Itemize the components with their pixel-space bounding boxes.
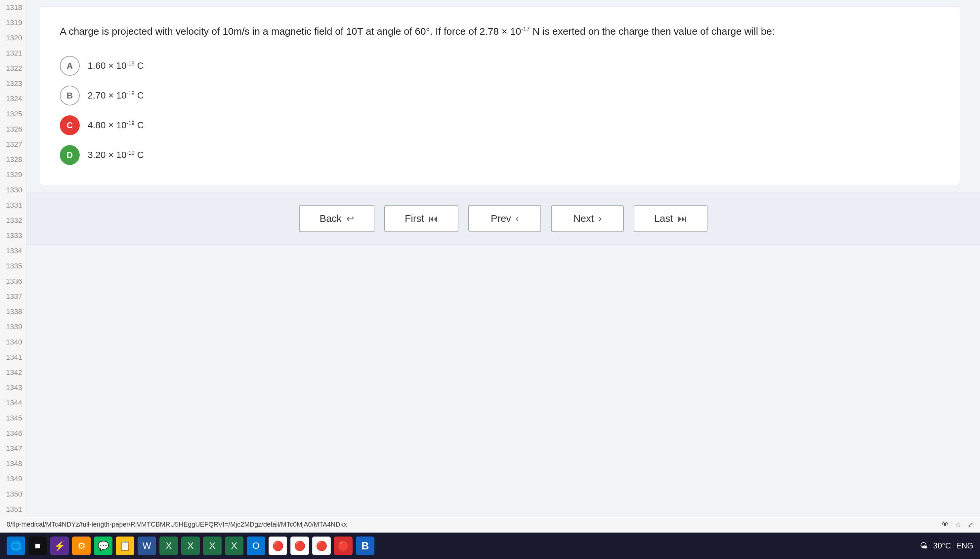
taskbar: 🌐 ■ ⚡ ⚙ 💬 📋 W X X X X O 🔴 🔴 🔴 🔴 B 🌤 30°C… <box>0 533 980 559</box>
line-number: 1323 <box>0 76 26 91</box>
taskbar-excel1-icon[interactable]: X <box>159 536 178 555</box>
option-d-text: 3.20 × 10-19 C <box>88 150 144 160</box>
line-number: 1340 <box>0 334 26 350</box>
last-label: Last <box>654 213 673 224</box>
line-number: 1330 <box>0 182 26 198</box>
line-number: 1338 <box>0 304 26 319</box>
line-number: 1332 <box>0 213 26 228</box>
line-number: 1324 <box>0 91 26 106</box>
taskbar-chrome3-icon[interactable]: 🔴 <box>312 536 331 555</box>
taskbar-ball-icon[interactable]: ⚙ <box>72 536 91 555</box>
taskbar-excel2-icon[interactable]: X <box>181 536 200 555</box>
next-button[interactable]: Next › <box>551 205 624 232</box>
taskbar-outlook-icon[interactable]: O <box>247 536 265 555</box>
line-number: 1334 <box>0 243 26 258</box>
line-number: 1347 <box>0 441 26 456</box>
first-button[interactable]: First ⏮ <box>384 205 459 232</box>
line-number: 1320 <box>0 30 26 46</box>
line-number: 1344 <box>0 395 26 410</box>
line-number: 1327 <box>0 137 26 152</box>
option-b-text: 2.70 × 10-19 C <box>88 90 144 101</box>
prev-label: Prev <box>491 213 512 224</box>
line-number: 1349 <box>0 471 26 486</box>
taskbar-chrome2-icon[interactable]: 🔴 <box>290 536 309 555</box>
line-gutter: 1318131913201321132213231324132513261327… <box>0 0 26 559</box>
line-number: 1345 <box>0 410 26 426</box>
line-number: 1336 <box>0 274 26 289</box>
option-d-circle: D <box>60 145 80 165</box>
status-bar: 0/flp-medical/MTc4NDYz/full-length-paper… <box>0 516 980 533</box>
option-c[interactable]: C 4.80 × 10-19 C <box>60 115 940 135</box>
line-number: 1328 <box>0 152 26 167</box>
line-number: 1331 <box>0 198 26 213</box>
line-number: 1318 <box>0 0 26 15</box>
prev-button[interactable]: Prev ‹ <box>468 205 541 232</box>
first-label: First <box>405 213 424 224</box>
back-label: Back <box>319 213 342 224</box>
expand-icon: ⤢ <box>968 521 973 529</box>
line-number: 1329 <box>0 167 26 182</box>
option-d[interactable]: D 3.20 × 10-19 C <box>60 145 940 165</box>
taskbar-bb-icon[interactable]: B <box>356 536 374 555</box>
line-number: 1348 <box>0 456 26 471</box>
line-number: 1325 <box>0 106 26 122</box>
line-number: 1333 <box>0 228 26 243</box>
taskbar-weather-temp: 30°C <box>933 541 951 551</box>
next-icon: › <box>598 213 601 224</box>
line-number: 1339 <box>0 319 26 334</box>
nav-area: Back ↩ First ⏮ Prev ‹ Next › Last ⏭ <box>26 192 980 245</box>
options-list: A 1.60 × 10-19 C B 2.70 × 10-19 C C 4.80… <box>60 56 940 165</box>
taskbar-wx-icon[interactable]: 💬 <box>94 536 113 555</box>
taskbar-word-icon[interactable]: W <box>137 536 156 555</box>
taskbar-excel3-icon[interactable]: X <box>203 536 222 555</box>
line-number: 1343 <box>0 380 26 395</box>
next-label: Next <box>573 213 594 224</box>
taskbar-right: 🌤 30°C ENG <box>920 541 973 551</box>
status-bar-right: 👁 ☆ ⤢ <box>942 521 973 529</box>
option-a-circle: A <box>60 56 80 76</box>
option-c-circle: C <box>60 115 80 135</box>
line-number: 1342 <box>0 365 26 380</box>
line-number: 1321 <box>0 46 26 61</box>
option-a-text: 1.60 × 10-19 C <box>88 61 144 71</box>
taskbar-excel4-icon[interactable]: X <box>225 536 243 555</box>
option-a[interactable]: A 1.60 × 10-19 C <box>60 56 940 76</box>
last-icon: ⏭ <box>678 213 687 224</box>
first-icon: ⏮ <box>429 213 438 224</box>
option-b[interactable]: B 2.70 × 10-19 C <box>60 86 940 106</box>
line-number: 1341 <box>0 350 26 365</box>
taskbar-black-icon[interactable]: ■ <box>28 536 47 555</box>
taskbar-sticky-icon[interactable]: 📋 <box>116 536 134 555</box>
line-number: 1346 <box>0 426 26 441</box>
line-number: 1351 <box>0 502 26 517</box>
question-text: A charge is projected with velocity of 1… <box>60 23 940 39</box>
line-number: 1322 <box>0 61 26 76</box>
taskbar-chrome4-icon[interactable]: 🔴 <box>334 536 353 555</box>
star-icon: ☆ <box>955 521 961 529</box>
taskbar-vs-icon[interactable]: ⚡ <box>50 536 69 555</box>
taskbar-chrome1-icon[interactable]: 🔴 <box>268 536 287 555</box>
question-card: A charge is projected with velocity of 1… <box>40 7 960 185</box>
url-text: 0/flp-medical/MTc4NDYz/full-length-paper… <box>7 521 347 528</box>
option-c-text: 4.80 × 10-19 C <box>88 120 144 131</box>
prev-icon: ‹ <box>516 213 519 224</box>
line-number: 1337 <box>0 289 26 304</box>
line-number: 1326 <box>0 122 26 137</box>
page-wrapper: 1318131913201321132213231324132513261327… <box>0 0 980 559</box>
eye-icon: 👁 <box>942 521 949 528</box>
taskbar-lang: ENG <box>956 541 973 551</box>
taskbar-edge-icon[interactable]: 🌐 <box>7 536 25 555</box>
option-b-circle: B <box>60 86 80 106</box>
taskbar-weather-icon: 🌤 <box>920 541 928 551</box>
line-number: 1319 <box>0 15 26 30</box>
main-content: A charge is projected with velocity of 1… <box>26 0 980 559</box>
last-button[interactable]: Last ⏭ <box>634 205 707 232</box>
back-icon: ↩ <box>346 213 354 224</box>
back-button[interactable]: Back ↩ <box>299 205 374 232</box>
line-number: 1335 <box>0 258 26 274</box>
line-number: 1350 <box>0 486 26 502</box>
